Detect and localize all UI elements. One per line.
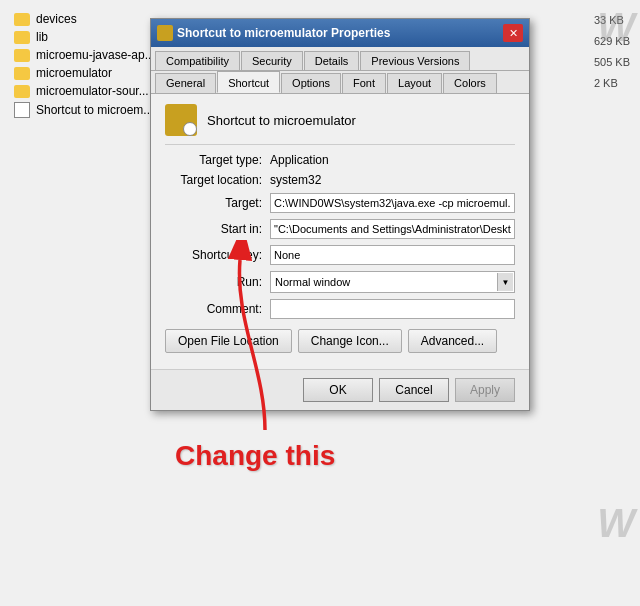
- list-item[interactable]: Shortcut to microem...: [10, 100, 165, 120]
- tab-compatibility[interactable]: Compatibility: [155, 51, 240, 70]
- item-label: microemulator-sour...: [36, 84, 149, 98]
- dialog-close-button[interactable]: ✕: [503, 24, 523, 42]
- run-select[interactable]: Normal window: [270, 271, 515, 293]
- dialog-title-text: Shortcut to microemulator Properties: [177, 26, 499, 40]
- folder-icon: [14, 49, 30, 62]
- dialog-title-icon: [157, 25, 173, 41]
- folder-icon: [14, 13, 30, 26]
- list-item[interactable]: lib: [10, 28, 165, 46]
- item-label: Shortcut to microem...: [36, 103, 153, 117]
- shortcut-key-input[interactable]: [270, 245, 515, 265]
- action-buttons: Open File Location Change Icon... Advanc…: [165, 329, 515, 353]
- run-label: Run:: [165, 275, 270, 289]
- list-item[interactable]: microemu-javase-ap...: [10, 46, 165, 64]
- shortcut-prop-icon: [165, 104, 197, 136]
- tab-previous-versions[interactable]: Previous Versions: [360, 51, 470, 70]
- tab-colors[interactable]: Colors: [443, 73, 497, 93]
- tab-general[interactable]: General: [155, 73, 216, 93]
- item-label: microemulator: [36, 66, 112, 80]
- folder-icon: [14, 31, 30, 44]
- folder-icon: [14, 67, 30, 80]
- tab-font[interactable]: Font: [342, 73, 386, 93]
- target-input[interactable]: [270, 193, 515, 213]
- target-row: Target:: [165, 193, 515, 213]
- tab-layout[interactable]: Layout: [387, 73, 442, 93]
- target-type-row: Target type: Application: [165, 153, 515, 167]
- comment-row: Comment:: [165, 299, 515, 319]
- run-select-wrap: Normal window ▼: [270, 271, 515, 293]
- size-5: 505 KB: [594, 52, 630, 73]
- comment-input[interactable]: [270, 299, 515, 319]
- start-in-input[interactable]: [270, 219, 515, 239]
- target-location-value: system32: [270, 173, 321, 187]
- target-label: Target:: [165, 196, 270, 210]
- change-icon-button[interactable]: Change Icon...: [298, 329, 402, 353]
- watermark-bottom: W: [597, 501, 635, 546]
- item-label: devices: [36, 12, 77, 26]
- ok-button[interactable]: OK: [303, 378, 373, 402]
- dialog-content: Shortcut to microemulator Target type: A…: [151, 94, 529, 369]
- cancel-button[interactable]: Cancel: [379, 378, 449, 402]
- shortcut-file-icon: [14, 102, 30, 118]
- shortcut-key-label: Shortcut key:: [165, 248, 270, 262]
- apply-button[interactable]: Apply: [455, 378, 515, 402]
- target-type-label: Target type:: [165, 153, 270, 167]
- target-location-label: Target location:: [165, 173, 270, 187]
- dialog-footer: OK Cancel Apply: [151, 369, 529, 410]
- tab-options[interactable]: Options: [281, 73, 341, 93]
- comment-label: Comment:: [165, 302, 270, 316]
- tab-shortcut[interactable]: Shortcut: [217, 71, 280, 93]
- size-6: 2 KB: [594, 73, 630, 94]
- prop-header: Shortcut to microemulator: [165, 104, 515, 145]
- target-type-value: Application: [270, 153, 329, 167]
- tabs-row1: Compatibility Security Details Previous …: [151, 47, 529, 71]
- tab-security[interactable]: Security: [241, 51, 303, 70]
- dialog-titlebar: Shortcut to microemulator Properties ✕: [151, 19, 529, 47]
- watermark-top: W: [597, 5, 635, 50]
- tabs-row2: General Shortcut Options Font Layout Col…: [151, 71, 529, 94]
- start-in-label: Start in:: [165, 222, 270, 236]
- properties-dialog: Shortcut to microemulator Properties ✕ C…: [150, 18, 530, 411]
- shortcut-key-row: Shortcut key:: [165, 245, 515, 265]
- run-row: Run: Normal window ▼: [165, 271, 515, 293]
- start-in-row: Start in:: [165, 219, 515, 239]
- tab-details[interactable]: Details: [304, 51, 360, 70]
- target-location-row: Target location: system32: [165, 173, 515, 187]
- item-label: microemu-javase-ap...: [36, 48, 155, 62]
- advanced-button[interactable]: Advanced...: [408, 329, 497, 353]
- list-item[interactable]: microemulator: [10, 64, 165, 82]
- prop-title-text: Shortcut to microemulator: [207, 113, 356, 128]
- folder-icon: [14, 85, 30, 98]
- list-item[interactable]: devices: [10, 10, 165, 28]
- explorer-file-list: devices lib microemu-javase-ap... microe…: [10, 10, 165, 120]
- open-file-location-button[interactable]: Open File Location: [165, 329, 292, 353]
- list-item[interactable]: microemulator-sour...: [10, 82, 165, 100]
- item-label: lib: [36, 30, 48, 44]
